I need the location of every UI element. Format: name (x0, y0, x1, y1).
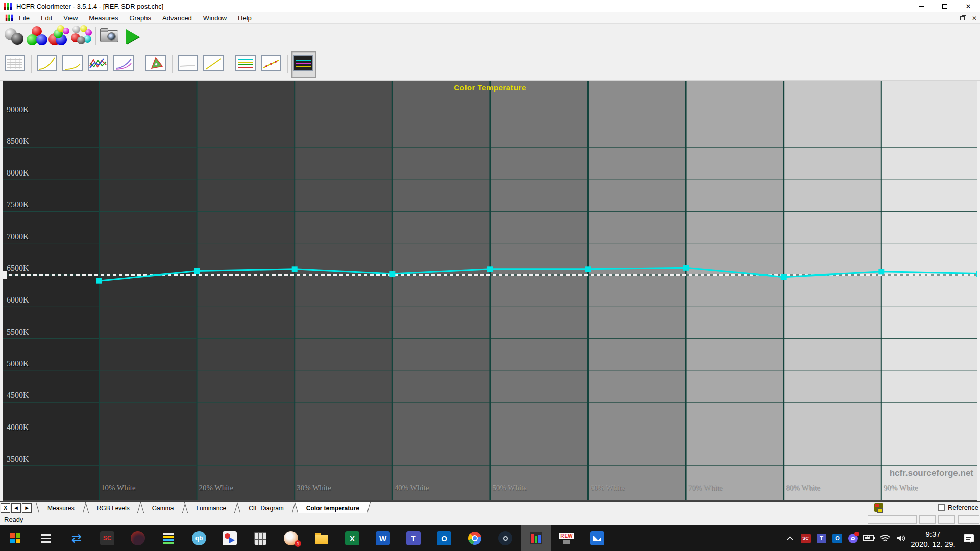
menu-edit[interactable]: Edit (35, 12, 58, 24)
taskbar-item-media-app[interactable] (214, 525, 245, 551)
taskbar-item-task-list[interactable] (31, 525, 61, 551)
flat-curve-button[interactable] (176, 51, 201, 78)
taskbar-start-button[interactable] (0, 525, 31, 551)
reference-toggle[interactable]: Reference (938, 504, 978, 511)
menu-advanced[interactable]: Advanced (157, 12, 198, 24)
toolbar-measures (0, 24, 980, 48)
taskbar-item-browser-dark[interactable] (122, 525, 153, 551)
taskbar-item-notify-app[interactable]: 1 (276, 525, 306, 551)
free-measure-button[interactable] (3, 25, 26, 47)
tray-volume[interactable] (893, 525, 909, 551)
all-spheres-icon (72, 26, 80, 33)
rgb-levels-button[interactable] (86, 51, 111, 78)
tab-gamma[interactable]: Gamma (142, 502, 184, 514)
run-measures-button[interactable] (121, 25, 143, 47)
maximize-button[interactable] (933, 0, 957, 12)
windows-logo-icon (10, 533, 20, 543)
steam-icon (503, 536, 508, 541)
tray-outlook[interactable]: O (829, 525, 845, 551)
tray-overflow-chevron[interactable] (782, 525, 798, 551)
menu-graphs[interactable]: Graphs (124, 12, 157, 24)
reference-label: Reference (948, 504, 978, 511)
full-measure-button[interactable] (70, 25, 93, 47)
tab-next-button[interactable]: ▶ (22, 503, 32, 513)
sensor-status-icon (874, 503, 883, 512)
reference-checkbox[interactable] (938, 504, 945, 511)
y-tick-label: 7500K (7, 200, 29, 209)
taskbar-item-outlook[interactable]: O (429, 525, 459, 551)
y-tick-label: 3500K (7, 455, 29, 464)
tab-cie-diagram[interactable]: CIE Diagram (238, 502, 294, 514)
taskbar-item-teams[interactable]: T (398, 525, 429, 551)
taskbar-item-file-explorer[interactable] (306, 525, 337, 551)
nearblack-curve-button[interactable] (61, 51, 85, 78)
menu-window[interactable]: Window (198, 12, 232, 24)
outlook-tray-icon: O (832, 534, 842, 543)
folder-icon (315, 535, 328, 544)
status-bar: Ready (0, 514, 980, 525)
taskbar-item-calculator[interactable] (245, 525, 276, 551)
measures-table-button[interactable] (3, 51, 28, 78)
soundcheck-icon: SC (100, 531, 114, 545)
luminance-curves-button[interactable] (112, 51, 136, 78)
title-bar: HCFR Colorimeter - 3.5.1.4 - [REF. SDR p… (0, 0, 980, 12)
minimize-button[interactable] (910, 0, 933, 12)
tab-close-button[interactable]: X (1, 503, 10, 513)
tray-soundcheck[interactable]: SC (798, 525, 814, 551)
tray-viber[interactable] (845, 525, 861, 551)
y-tick-label: 8500K (7, 137, 29, 146)
tray-clock[interactable]: 9:37 2020. 12. 29. (909, 525, 958, 551)
taskbar-item-word[interactable]: W (368, 525, 398, 551)
taskbar-item-qbittorrent[interactable]: qb (184, 525, 214, 551)
chart-title: Color Temperature (3, 83, 977, 92)
mdi-minimize-button[interactable] (948, 18, 953, 18)
mail-icon (590, 531, 604, 545)
mdi-restore-button[interactable] (960, 16, 965, 20)
tray-action-center[interactable] (958, 525, 980, 551)
menu-measures[interactable]: Measures (83, 12, 124, 24)
taskbar-item-playlist-app[interactable] (153, 525, 184, 551)
close-button[interactable]: ✕ (957, 0, 980, 12)
taskbar-item-excel[interactable]: X (337, 525, 368, 551)
taskbar-item-steam[interactable] (490, 525, 521, 551)
multiline-view-button[interactable] (234, 51, 258, 78)
gamma-line-button[interactable] (202, 51, 226, 78)
menu-view[interactable]: View (58, 12, 83, 24)
tray-battery[interactable] (861, 525, 877, 551)
menu-file[interactable]: File (13, 12, 35, 24)
data-point-marker (683, 265, 689, 271)
grayscale-measure-button[interactable] (26, 25, 48, 47)
primaries-measure-button[interactable] (48, 25, 70, 47)
soundcheck-tray-icon: SC (801, 534, 811, 543)
tab-luminance[interactable]: Luminance (186, 502, 236, 514)
qbittorrent-icon: qb (192, 531, 206, 545)
tab-rgb-levels[interactable]: RGB Levels (87, 502, 140, 514)
taskbar-item-sync-arrows[interactable]: ⇄ (61, 525, 92, 551)
cie-diagram-button[interactable] (144, 51, 168, 78)
taskbar-item-chrome[interactable] (459, 525, 490, 551)
gamma-curve-icon (36, 55, 59, 74)
tray-teams[interactable]: T (814, 525, 829, 551)
dotted-line-view-button[interactable] (259, 51, 284, 78)
watermark: hcfr.sourceforge.net (890, 468, 973, 479)
document-icon[interactable] (6, 15, 13, 21)
tab-prev-button[interactable]: ◀ (11, 503, 21, 513)
sensor-capture-button[interactable] (99, 25, 121, 47)
tab-measures[interactable]: Measures (37, 502, 85, 514)
taskbar-item-hcfr[interactable] (521, 525, 551, 551)
mdi-close-button[interactable]: ✕ (972, 15, 977, 21)
menu-help[interactable]: Help (232, 12, 257, 24)
tab-color-temperature[interactable]: Color temperature (296, 502, 370, 514)
color-temperature-view-button[interactable] (291, 51, 316, 78)
status-pane (938, 515, 955, 524)
taskbar-item-rew[interactable]: REW (551, 525, 582, 551)
action-center-icon (964, 534, 974, 542)
y-tick-label: 9000K (7, 105, 29, 114)
gamma-curve-button[interactable] (35, 51, 60, 78)
y-tick-label: 5000K (7, 359, 29, 368)
tray-wifi[interactable] (877, 525, 893, 551)
x-tick-label: 40% White (395, 484, 429, 492)
y-tick-label: 7000K (7, 232, 29, 241)
taskbar-item-mail[interactable] (582, 525, 612, 551)
taskbar-item-soundcheck[interactable]: SC (92, 525, 122, 551)
